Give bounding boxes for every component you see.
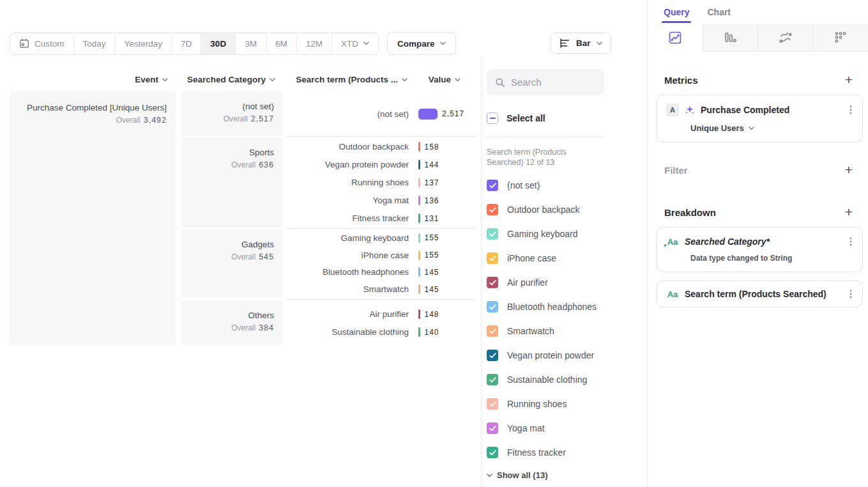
series-checkbox[interactable] — [487, 350, 498, 361]
kebab-menu-icon[interactable] — [848, 104, 853, 116]
group-separator — [287, 228, 476, 229]
value-label: 131 — [425, 214, 439, 223]
divider — [487, 137, 605, 137]
category-overall: Overall636 — [186, 160, 274, 169]
series-checkbox[interactable] — [487, 204, 498, 215]
series-checkbox-item[interactable]: Smartwatch — [487, 319, 647, 343]
value-label: 2,517 — [442, 109, 464, 118]
select-all-checkbox[interactable] — [487, 112, 498, 124]
category-cell: GadgetsOverall545 — [181, 229, 283, 298]
breakdown-card[interactable]: Aa*Searched Category*Data type changed t… — [657, 227, 863, 272]
report-tab-funnels[interactable] — [703, 24, 758, 52]
date-range-today[interactable]: Today — [73, 33, 115, 54]
tab-query[interactable]: Query — [664, 7, 689, 23]
series-checkbox-item[interactable]: Air purifier — [487, 270, 647, 295]
series-checkbox[interactable] — [487, 422, 498, 434]
metric-card[interactable]: A Purchase Completed Unique Users — [657, 95, 863, 143]
breakdown-card[interactable]: AaSearch term (Products Searched) — [657, 281, 863, 307]
show-all-button[interactable]: Show all (13) — [487, 470, 647, 480]
series-checkbox-item[interactable]: Gaming keyboard — [487, 222, 647, 246]
series-checkbox[interactable] — [487, 325, 498, 337]
group-separator — [287, 136, 476, 137]
chart-type-dropdown[interactable]: Bar — [551, 33, 611, 54]
checkmark-icon — [489, 353, 496, 359]
column-header-searched-category[interactable]: Searched Category — [181, 75, 275, 84]
series-checkbox[interactable] — [487, 398, 498, 410]
series-checkbox-item[interactable]: (not set) — [487, 173, 647, 197]
series-checkbox-item[interactable]: Running shoes — [487, 392, 647, 416]
search-term-label: iPhone case — [287, 251, 409, 260]
compare-button[interactable]: Compare — [387, 32, 457, 55]
report-tab-retention[interactable] — [813, 24, 868, 52]
date-range-label: 12M — [306, 39, 323, 49]
table-row: iPhone case155 — [287, 247, 476, 264]
custom-event-sparkle-icon — [685, 105, 695, 115]
value-bar — [418, 160, 420, 169]
date-range-label: 7D — [181, 39, 192, 49]
category-overall: Overall545 — [186, 252, 274, 261]
add-metric-button[interactable]: + — [845, 73, 853, 86]
series-checkbox[interactable] — [487, 180, 498, 191]
group-rows: Air purifier148Sustainable clothing140 — [287, 300, 476, 346]
report-tab-insights[interactable] — [648, 24, 703, 52]
aggregation-dropdown[interactable]: Unique Users — [657, 116, 862, 142]
series-label: Fitness tracker — [507, 447, 566, 458]
value-label: 155 — [425, 233, 439, 242]
date-range-xtd[interactable]: XTD — [331, 33, 378, 54]
search-input[interactable] — [511, 77, 594, 88]
table-row: Yoga mat136 — [287, 192, 476, 210]
metric-event-name[interactable]: Purchase Completed — [701, 105, 842, 115]
select-all-row[interactable]: Select all — [487, 110, 647, 127]
series-checkbox-item[interactable]: Outdoor backpack — [487, 197, 647, 222]
add-filter-button[interactable]: + — [845, 164, 853, 176]
kebab-menu-icon[interactable] — [848, 236, 853, 247]
column-header-value[interactable]: Value — [423, 75, 461, 84]
add-breakdown-button[interactable]: + — [845, 206, 853, 219]
series-checkbox-item[interactable]: Bluetooth headphones — [487, 295, 647, 319]
date-range-3m[interactable]: 3M — [235, 33, 266, 54]
series-checkbox[interactable] — [487, 447, 498, 458]
checkmark-icon — [489, 426, 496, 431]
series-checkbox-item[interactable]: Vegan protein powder — [487, 343, 647, 367]
column-header-search-term[interactable]: Search term (Products ... — [287, 75, 407, 84]
report-tab-flows[interactable] — [758, 24, 813, 52]
breakdown-card-row: Aa*Searched Category* — [657, 228, 862, 247]
date-range-30d[interactable]: 30D — [201, 33, 235, 54]
series-label: Sustainable clothing — [507, 375, 587, 385]
value-label: 155 — [425, 251, 439, 259]
series-label: Vegan protein powder — [507, 350, 594, 360]
series-search[interactable] — [487, 69, 604, 95]
column-header-event[interactable]: Event — [10, 75, 168, 84]
series-filter-panel: Select all Search term (Products Searche… — [487, 69, 647, 480]
series-checkbox-item[interactable]: Sustainable clothing — [487, 367, 647, 392]
date-range-6m[interactable]: 6M — [266, 33, 296, 54]
value-label: 148 — [425, 310, 439, 319]
series-checkbox-item[interactable]: Fitness tracker — [487, 440, 647, 465]
checkmark-icon — [489, 256, 496, 261]
app-window: CustomTodayYesterday7D30D3M6M12MXTD Comp… — [0, 0, 868, 487]
insights-icon — [667, 30, 683, 45]
series-label: Yoga mat — [507, 423, 545, 433]
tab-chart[interactable]: Chart — [707, 7, 731, 23]
checkmark-icon — [489, 401, 496, 407]
indeterminate-icon — [490, 118, 496, 119]
date-range-7d[interactable]: 7D — [171, 33, 201, 54]
date-range-12m[interactable]: 12M — [296, 33, 331, 54]
breakdown-section-header: Breakdown + — [664, 206, 853, 219]
date-range-custom[interactable]: Custom — [10, 33, 73, 54]
value-label: 145 — [425, 268, 439, 277]
chevron-down-icon — [402, 78, 407, 82]
report-type-tabs — [648, 23, 868, 52]
series-checkbox[interactable] — [487, 252, 498, 264]
chevron-down-icon — [749, 127, 754, 130]
series-checkbox[interactable] — [487, 374, 498, 385]
series-checkbox[interactable] — [487, 277, 498, 288]
series-checkbox[interactable] — [487, 228, 498, 240]
series-checkbox-item[interactable]: iPhone case — [487, 246, 647, 270]
series-checkbox[interactable] — [487, 301, 498, 313]
group-rows: (not set)2,517 — [287, 91, 476, 136]
kebab-menu-icon[interactable] — [848, 288, 853, 300]
series-checkbox-item[interactable]: Yoga mat — [487, 416, 647, 440]
search-term-label: (not set) — [287, 109, 409, 119]
date-range-yesterday[interactable]: Yesterday — [115, 33, 172, 54]
